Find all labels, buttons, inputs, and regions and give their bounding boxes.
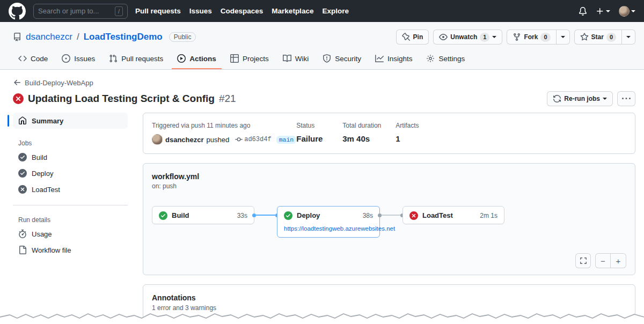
tab-pull-requests[interactable]: Pull requests	[104, 50, 169, 69]
workflow-trigger: on: push	[152, 182, 626, 190]
gear-icon	[426, 54, 435, 63]
sidebar-job-loadtest[interactable]: LoadTest	[13, 181, 128, 197]
workflow-graph: Build 33s Deploy 38s https://loadte	[143, 190, 635, 275]
repo-header: dsanchezcr / LoadTestingDemo Public Pin …	[0, 22, 644, 70]
star-button[interactable]: Star 0	[574, 30, 622, 45]
tab-projects[interactable]: Projects	[225, 50, 274, 69]
zoom-in-button[interactable]: +	[611, 253, 626, 268]
play-icon	[177, 54, 186, 63]
nav-issues[interactable]: Issues	[189, 7, 212, 15]
nav-marketplace[interactable]: Marketplace	[272, 7, 313, 15]
branch-badge[interactable]: main	[276, 136, 297, 144]
tab-pull-requests-label: Pull requests	[121, 55, 163, 63]
fork-dropdown-button[interactable]	[557, 30, 570, 45]
sidebar-job-build[interactable]: Build	[13, 149, 128, 165]
graph-node-deploy-label: Deploy	[297, 211, 320, 219]
tab-wiki[interactable]: Wiki	[277, 50, 314, 69]
check-circle-icon	[284, 211, 292, 220]
sidebar-job-deploy-label: Deploy	[32, 170, 53, 178]
graph-controls: − +	[575, 253, 626, 268]
tab-code[interactable]: Code	[13, 50, 53, 69]
workflow-file-icon	[18, 246, 27, 254]
fork-counter: 0	[540, 33, 550, 42]
graph-node-loadtest[interactable]: LoadTest 2m 1s	[402, 206, 504, 224]
duration-label: Total duration	[342, 122, 396, 129]
dropdown-caret-icon	[492, 36, 496, 38]
check-circle-icon	[18, 169, 27, 178]
annotations-header: Annotations 1 error and 3 warnings	[143, 285, 635, 320]
repo-name-link[interactable]: LoadTestingDemo	[84, 32, 163, 42]
fork-button-label: Fork	[524, 33, 538, 41]
top-nav-right	[579, 6, 635, 17]
commit-sha-link[interactable]: ad63d4f	[244, 136, 271, 143]
repo-owner-link[interactable]: dsanchezcr	[26, 32, 72, 42]
unwatch-button[interactable]: Unwatch 1	[433, 30, 502, 45]
graph-node-deploy[interactable]: Deploy 38s https://loadtestingweb.azurew…	[277, 206, 380, 238]
breadcrumb[interactable]: Build-Deploy-WebApp	[13, 78, 93, 87]
rerun-jobs-button[interactable]: Re-run jobs	[547, 91, 613, 106]
sidebar-item-workflow-file[interactable]: Workflow file	[13, 242, 128, 258]
star-dropdown-button[interactable]	[622, 30, 635, 45]
sidebar-job-deploy[interactable]: Deploy	[13, 165, 128, 181]
actor-row: dsanchezcr pushed ad63d4f main	[152, 134, 296, 145]
repo-actions: Pin Unwatch 1 Fork 0	[396, 30, 635, 45]
user-avatar-menu[interactable]	[619, 6, 635, 17]
status-label: Status	[296, 122, 342, 129]
sidebar-item-usage[interactable]: Usage	[13, 226, 128, 242]
annotation-error-row[interactable]: LoadTest TestResult: FAILED	[143, 320, 635, 324]
pin-button-label: Pin	[413, 33, 423, 41]
tab-security[interactable]: Security	[317, 50, 367, 69]
watch-counter: 1	[480, 33, 489, 42]
actor-login[interactable]: dsanchezcr	[165, 136, 204, 144]
tab-settings[interactable]: Settings	[421, 50, 470, 69]
artifacts-column: Artifacts 1	[396, 122, 419, 143]
nav-codespaces[interactable]: Codespaces	[221, 7, 264, 15]
tab-actions[interactable]: Actions	[172, 50, 222, 69]
global-nav-links: Pull requests Issues Codespaces Marketpl…	[135, 7, 349, 15]
dropdown-caret-icon	[631, 10, 635, 12]
screen-full-icon	[580, 257, 587, 264]
book-icon	[283, 54, 291, 63]
plus-icon	[596, 7, 604, 16]
git-commit-icon	[235, 136, 243, 143]
graph-icon	[375, 54, 384, 63]
nav-pull-requests[interactable]: Pull requests	[135, 7, 181, 15]
workflow-header: workflow.yml on: push	[143, 164, 635, 190]
artifacts-value: 1	[396, 134, 419, 143]
sidebar-divider	[13, 205, 128, 205]
graph-node-build[interactable]: Build 33s	[152, 206, 254, 224]
sidebar-job-build-label: Build	[32, 153, 47, 161]
x-circle-icon	[18, 185, 27, 194]
check-circle-icon	[159, 211, 167, 220]
tab-issues-label: Issues	[74, 55, 95, 63]
annotations-subheading: 1 error and 3 warnings	[152, 304, 626, 312]
run-title: Updating Load Testing Script & Config	[28, 93, 215, 105]
tab-code-label: Code	[31, 55, 48, 63]
tab-insights-label: Insights	[387, 55, 413, 63]
tab-settings-label: Settings	[438, 55, 465, 63]
fork-button[interactable]: Fork 0	[507, 30, 556, 45]
sidebar-run-details-heading: Run details	[18, 216, 128, 224]
pin-button[interactable]: Pin	[396, 30, 429, 45]
deploy-environment-link[interactable]: https://loadtestingweb.azurewebsites.net	[277, 224, 379, 237]
notifications-bell-icon[interactable]	[579, 7, 587, 16]
tab-issues[interactable]: Issues	[56, 50, 100, 69]
run-kebab-button[interactable]	[617, 91, 635, 106]
trigger-column: Triggered via push 11 minutes ago dsanch…	[152, 122, 296, 145]
unwatch-button-label: Unwatch	[450, 33, 477, 41]
zoom-out-button[interactable]: −	[595, 253, 611, 268]
actor-avatar[interactable]	[152, 134, 163, 145]
search-input[interactable]: Search or jump to... /	[33, 4, 128, 19]
fit-to-screen-button[interactable]	[575, 253, 591, 268]
create-new-menu[interactable]	[596, 7, 610, 16]
breadcrumb-label: Build-Deploy-WebApp	[25, 79, 93, 87]
user-avatar	[619, 6, 630, 17]
stopwatch-icon	[18, 230, 27, 238]
nav-explore[interactable]: Explore	[322, 7, 349, 15]
github-logo[interactable]	[9, 3, 26, 20]
tab-insights[interactable]: Insights	[370, 50, 418, 69]
repo-title-row: dsanchezcr / LoadTestingDemo Public Pin …	[13, 30, 635, 45]
github-actions-run-page: Search or jump to... / Pull requests Iss…	[0, 0, 644, 324]
run-summary-card: Triggered via push 11 minutes ago dsanch…	[143, 113, 635, 154]
sidebar-item-summary[interactable]: Summary	[13, 113, 128, 129]
